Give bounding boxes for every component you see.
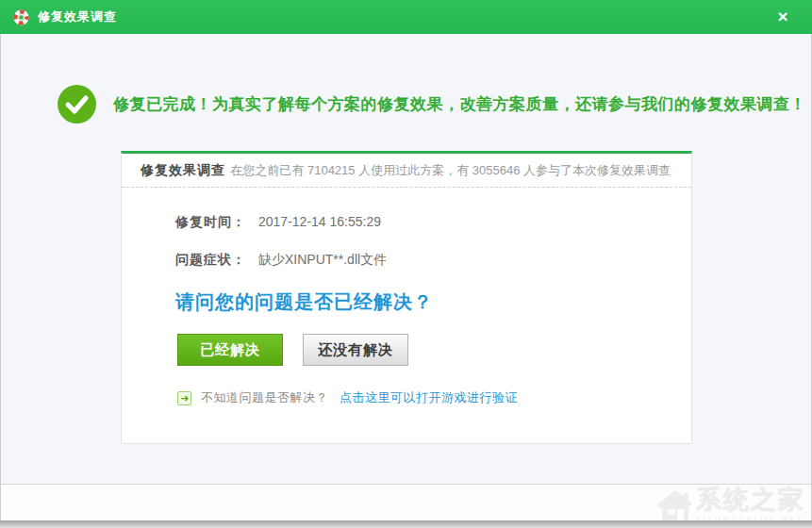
house-logo-icon — [653, 487, 694, 524]
completion-message-row: 修复已完成！为真实了解每个方案的修复效果，改善方案质量，还请参与我们的修复效果调… — [58, 85, 806, 124]
titlebar: 修复效果调查 × — [0, 0, 812, 34]
symptom-label: 问题症状： — [175, 252, 258, 269]
watermark-text: 系统之家 XITONGZHIJIA.NET — [696, 487, 805, 523]
survey-panel-header: 修复效果调查 在您之前已有 7104215 人使用过此方案，有 3055646 … — [122, 154, 691, 188]
repair-time-row: 修复时间： 2017-12-14 16:55:29 — [175, 214, 691, 231]
survey-panel: 修复效果调查 在您之前已有 7104215 人使用过此方案，有 3055646 … — [121, 151, 692, 444]
survey-window: 修复效果调查 × 修复已完成！为真实了解每个方案的修复效果，改善方案质量，还请参… — [0, 0, 812, 528]
completion-message: 修复已完成！为真实了解每个方案的修复效果，改善方案质量，还请参与我们的修复效果调… — [113, 93, 806, 115]
answer-buttons: 已经解决 还没有解决 — [177, 334, 691, 366]
repair-time-label: 修复时间： — [175, 214, 258, 231]
solved-button[interactable]: 已经解决 — [177, 334, 283, 366]
watermark: 系统之家 XITONGZHIJIA.NET — [653, 487, 805, 524]
arrow-right-icon: ➜ — [177, 391, 191, 405]
success-check-icon — [58, 85, 96, 124]
window-drop-shadow — [0, 520, 812, 528]
survey-question: 请问您的问题是否已经解决？ — [175, 289, 691, 315]
repair-time-value: 2017-12-14 16:55:29 — [258, 214, 381, 231]
open-game-verify-link[interactable]: 点击这里可以打开游戏进行验证 — [340, 389, 518, 406]
verify-row: ➜ 不知道问题是否解决？ 点击这里可以打开游戏进行验证 — [177, 389, 691, 406]
window-title: 修复效果调查 — [38, 8, 117, 25]
info-rows: 修复时间： 2017-12-14 16:55:29 问题症状： 缺少XINPUT… — [122, 188, 691, 269]
dialog-body: 修复已完成！为真实了解每个方案的修复效果，改善方案质量，还请参与我们的修复效果调… — [1, 34, 811, 484]
lifebuoy-icon — [13, 9, 29, 25]
symptom-row: 问题症状： 缺少XINPUT**.dll文件 — [175, 252, 691, 269]
panel-title: 修复效果调查 — [141, 162, 225, 179]
usage-stats-text: 在您之前已有 7104215 人使用过此方案，有 3055646 人参与了本次修… — [230, 162, 671, 179]
footer-bar: 系统之家 XITONGZHIJIA.NET — [1, 484, 811, 520]
watermark-name: 系统之家 — [696, 487, 805, 513]
verify-hint-text: 不知道问题是否解决？ — [201, 389, 328, 406]
symptom-value: 缺少XINPUT**.dll文件 — [258, 252, 387, 269]
close-button[interactable]: × — [769, 0, 797, 34]
not-solved-button[interactable]: 还没有解决 — [303, 334, 408, 366]
